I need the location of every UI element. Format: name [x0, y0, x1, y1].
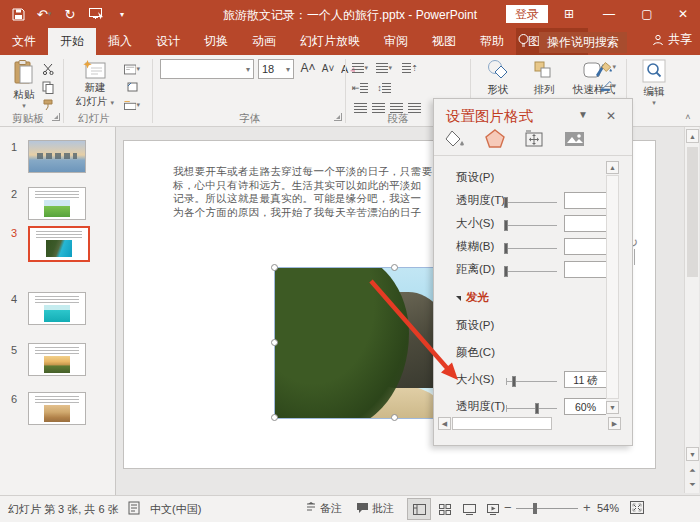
shapes-button[interactable]: 形状 [478, 59, 518, 97]
tab-设计[interactable]: 设计 [144, 28, 192, 55]
grow-font-icon[interactable]: A˄ [300, 61, 316, 75]
collapse-ribbon-icon[interactable]: ˄ [680, 110, 696, 124]
slide-thumbnail-preview[interactable] [28, 140, 86, 173]
value-input[interactable]: 60% [564, 398, 607, 415]
new-slide-button[interactable]: 新建 幻灯片 ▾ [72, 60, 118, 109]
pane-hscroll-thumb[interactable] [452, 417, 552, 430]
reading-view-icon[interactable] [458, 499, 480, 519]
slide-thumbnail-2[interactable]: 2 [28, 187, 86, 220]
comments-button[interactable]: 批注 [356, 501, 394, 516]
sign-in-button[interactable]: 登录 [506, 5, 548, 23]
effects-tab-icon[interactable] [484, 129, 506, 149]
value-input[interactable]: 11 磅 [564, 371, 607, 388]
pane-scroll-up-icon[interactable]: ▲ [606, 161, 619, 174]
slide-thumbnail-1[interactable]: 1 [28, 140, 86, 173]
tab-文件[interactable]: 文件 [0, 28, 48, 55]
slider-track[interactable] [506, 225, 557, 226]
picture-tab-icon[interactable] [564, 129, 586, 149]
scroll-up-icon[interactable]: ▲ [686, 129, 699, 143]
section-icon[interactable]: ▾ [124, 98, 140, 112]
numbering-icon[interactable]: ▾ [376, 61, 392, 75]
fill-line-tab-icon[interactable] [444, 129, 466, 149]
tab-幻灯片放映[interactable]: 幻灯片放映 [288, 28, 372, 55]
slider-thumb[interactable] [504, 220, 508, 231]
previous-slide-icon[interactable]: ⏶ [686, 464, 699, 478]
minimize-icon[interactable]: — [592, 0, 626, 28]
slider-track[interactable] [506, 248, 557, 249]
pane-scroll-down-icon[interactable]: ▼ [606, 401, 619, 414]
font-name-combo[interactable]: ▾ [160, 59, 254, 79]
slider-track[interactable] [506, 408, 557, 409]
selection-handle-midleft[interactable] [271, 339, 278, 346]
zoom-slider-thumb[interactable] [533, 503, 537, 514]
pane-vertical-scrollbar[interactable]: ▲ ▼ [606, 161, 621, 415]
close-icon[interactable]: ✕ [666, 0, 700, 28]
next-slide-icon[interactable]: ⏷ [686, 478, 699, 492]
cut-icon[interactable] [40, 62, 56, 76]
shape-outline-icon[interactable]: ▾ [600, 79, 616, 93]
glow-section-header[interactable]: 发光 [456, 290, 489, 305]
align-left-icon[interactable] [352, 101, 368, 115]
font-dialog-launcher-icon[interactable] [334, 113, 342, 121]
save-icon[interactable] [10, 6, 26, 22]
tab-插入[interactable]: 插入 [96, 28, 144, 55]
redo-icon[interactable]: ↻ [62, 6, 78, 22]
reset-slide-icon[interactable] [124, 80, 140, 94]
zoom-in-icon[interactable]: + [583, 500, 591, 515]
slide-thumbnail-5[interactable]: 5 [28, 343, 86, 376]
indent-decrease-icon[interactable]: ⇤ [352, 81, 368, 95]
zoom-out-icon[interactable]: − [504, 500, 512, 515]
slide-thumbnail-3[interactable]: 3 [28, 226, 90, 262]
share-button[interactable]: 共享 [652, 31, 692, 48]
value-input[interactable] [564, 192, 607, 209]
slide-thumbnail-4[interactable]: 4 [28, 292, 86, 325]
slide-sorter-view-icon[interactable] [434, 499, 456, 519]
tell-me-search-box[interactable]: 操作说明搜索 [539, 32, 627, 53]
slideshow-view-icon[interactable] [482, 499, 504, 519]
bullets-icon[interactable]: ▾ [352, 61, 368, 75]
selection-handle-bottomcenter[interactable] [391, 414, 398, 421]
size-properties-tab-icon[interactable] [524, 129, 546, 149]
tab-帮助[interactable]: 帮助 [468, 28, 516, 55]
slider-thumb[interactable] [512, 376, 516, 387]
value-input[interactable] [564, 215, 607, 232]
clipboard-dialog-launcher-icon[interactable] [52, 113, 60, 121]
accessibility-icon[interactable] [128, 501, 140, 515]
slide-thumbnail-preview[interactable] [28, 292, 86, 325]
ribbon-display-options-icon[interactable]: ⊞ [552, 0, 586, 28]
copy-icon[interactable] [40, 80, 56, 94]
slide-thumbnail-preview[interactable] [28, 226, 90, 262]
shrink-font-icon[interactable]: A˅ [320, 61, 336, 75]
pane-options-caret-icon[interactable]: ▼ [578, 109, 588, 120]
notes-button[interactable]: 备注 [305, 501, 342, 516]
tab-审阅[interactable]: 审阅 [372, 28, 420, 55]
slide-thumbnail-preview[interactable] [28, 187, 86, 220]
customize-qat-icon[interactable]: ▾ [114, 6, 130, 22]
value-input[interactable] [564, 238, 607, 255]
arrange-button[interactable]: 排列 [524, 59, 564, 97]
indent-increase-icon[interactable]: ⇡ [402, 61, 418, 75]
tab-开始[interactable]: 开始 [48, 28, 96, 55]
paste-button[interactable]: 粘贴 ▾ [8, 60, 40, 110]
pane-scroll-track[interactable] [606, 175, 619, 399]
font-size-combo[interactable]: 18▾ [258, 59, 294, 79]
maximize-icon[interactable]: ▢ [630, 0, 664, 28]
slider-thumb[interactable] [535, 403, 539, 414]
slide-thumbnail-6[interactable]: 6 [28, 392, 86, 425]
scroll-down-icon[interactable]: ▼ [686, 447, 699, 461]
slider-thumb[interactable] [504, 197, 508, 208]
selection-handle-topleft[interactable] [271, 264, 278, 271]
pane-close-icon[interactable]: ✕ [606, 109, 616, 123]
undo-icon[interactable]: ↶▾ [36, 6, 52, 22]
zoom-slider-track[interactable] [516, 508, 578, 509]
slider-thumb[interactable] [504, 266, 508, 277]
pane-scroll-left-icon[interactable]: ◀ [438, 417, 451, 430]
tab-视图[interactable]: 视图 [420, 28, 468, 55]
pane-horizontal-scrollbar[interactable]: ◀ ▶ [438, 417, 621, 432]
language-indicator[interactable]: 中文(中国) [150, 502, 201, 517]
format-painter-icon[interactable] [40, 98, 56, 112]
line-spacing-icon[interactable]: ↕ [376, 81, 392, 95]
slider-track[interactable] [506, 271, 557, 272]
pane-scroll-right-icon[interactable]: ▶ [608, 417, 621, 430]
tab-切换[interactable]: 切换 [192, 28, 240, 55]
